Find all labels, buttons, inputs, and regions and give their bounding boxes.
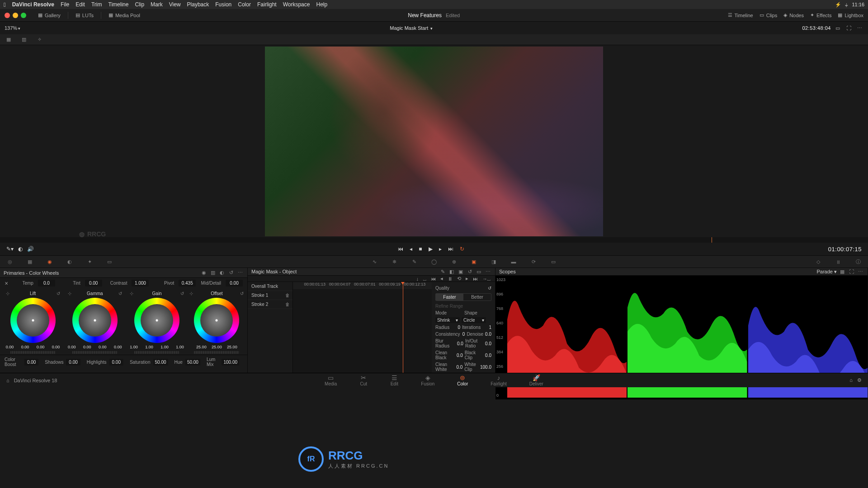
mm-overlay-icon[interactable]: ▣: [457, 268, 464, 275]
mm-mode-select[interactable]: Shrink▾: [435, 317, 460, 323]
blur-icon[interactable]: ◨: [489, 257, 498, 266]
shadows-value[interactable]: 0.00: [66, 359, 80, 366]
tracker-icon[interactable]: ⊕: [449, 257, 458, 266]
grid-icon[interactable]: ▦: [5, 36, 13, 44]
picker-icon[interactable]: ✎▾: [6, 246, 14, 252]
mm-track-fwd-icon[interactable]: ▸: [466, 276, 468, 282]
offset-values[interactable]: 25.0025.0025.00: [195, 345, 238, 349]
gain-values[interactable]: 1.001.001.001.00: [127, 345, 186, 349]
page-edit[interactable]: ☰Edit: [390, 375, 398, 386]
menu-fusion[interactable]: Fusion: [215, 1, 231, 8]
temp-value[interactable]: 0.0: [38, 280, 55, 286]
gallery-toggle[interactable]: ▦ Gallery: [38, 12, 61, 18]
page-cut[interactable]: ✂Cut: [359, 375, 368, 386]
apple-menu-icon[interactable]: : [4, 1, 6, 8]
lightbox-toggle[interactable]: ▦ Lightbox: [838, 12, 863, 18]
scopes-expand-icon[interactable]: ⛶: [848, 268, 855, 275]
scopes-mode-select[interactable]: Parade ▾: [816, 269, 837, 275]
step-back-button[interactable]: ◂: [410, 246, 412, 252]
gamma-picker-icon[interactable]: ⊹: [68, 291, 71, 296]
primaries-menu-icon[interactable]: ⋯: [236, 269, 244, 277]
gain-reset-icon[interactable]: ↺: [180, 291, 184, 296]
audio-icon[interactable]: 🔊: [27, 246, 34, 252]
mm-better-button[interactable]: Better: [463, 294, 491, 300]
info-icon[interactable]: ⓘ: [854, 257, 863, 266]
page-fairlight[interactable]: ♪Fairlight: [491, 375, 507, 386]
delete-stroke1-icon[interactable]: 🗑: [285, 293, 290, 298]
mm-blur-value[interactable]: 0.0: [451, 341, 463, 346]
play-button[interactable]: ▶: [429, 246, 433, 252]
lift-wheel[interactable]: [10, 298, 56, 343]
luts-toggle[interactable]: ▤ LUTs: [75, 12, 94, 18]
contrast-icon[interactable]: ◐: [18, 246, 23, 252]
mm-track-back-icon[interactable]: ◂: [440, 276, 443, 282]
lift-picker-icon[interactable]: ⊹: [6, 291, 9, 296]
mini-timeline[interactable]: [0, 237, 868, 243]
mm-quality-toggle[interactable]: Faster Better: [435, 293, 491, 301]
status-icon[interactable]: ⚡: [835, 2, 841, 8]
loop-button[interactable]: ↻: [460, 246, 464, 252]
rgb-mixer-icon[interactable]: ✦: [85, 257, 94, 266]
mm-inout-value[interactable]: 0.0: [479, 341, 491, 346]
offset-master-slider[interactable]: [194, 351, 239, 354]
preferences-icon[interactable]: ⚙: [857, 377, 862, 383]
mm-bclip-value[interactable]: 0.0: [477, 353, 491, 358]
key-icon[interactable]: ▬: [509, 257, 518, 266]
mm-wand-icon[interactable]: ✎: [439, 268, 446, 275]
offset-reset-icon[interactable]: ↺: [240, 291, 244, 296]
viewer-mode-icon[interactable]: ▭: [834, 24, 842, 32]
saturation-value[interactable]: 50.00: [153, 359, 168, 366]
primaries-log-tab[interactable]: ◐: [218, 269, 226, 277]
mm-track-last-icon[interactable]: ⏭: [473, 276, 478, 282]
sizing-icon[interactable]: ⟳: [529, 257, 538, 266]
wand-icon[interactable]: ✧: [35, 36, 43, 44]
viewer-options-icon[interactable]: ⋯: [855, 24, 863, 32]
gamma-reset-icon[interactable]: ↺: [118, 291, 122, 296]
menu-file[interactable]: File: [61, 1, 69, 8]
clip-name[interactable]: Magic Mask Start ▾: [390, 25, 433, 31]
lift-master-slider[interactable]: [10, 351, 56, 354]
mm-cons-value[interactable]: 0: [462, 332, 465, 337]
keyframe-icon[interactable]: ◇: [814, 257, 823, 266]
mm-ruler[interactable]: 00:00:01:13 00:00:04:07 00:00:07:01 00:0…: [293, 282, 432, 289]
mm-track-opts-icon[interactable]: ⎵: [423, 276, 426, 282]
minimize-window-button[interactable]: [13, 13, 18, 18]
viewer-zoom[interactable]: 137%▾: [5, 25, 20, 31]
viewer-image[interactable]: [265, 47, 603, 236]
mm-denoise-value[interactable]: 0.0: [485, 332, 491, 337]
wifi-icon[interactable]: ⏚: [845, 2, 848, 8]
pivot-value[interactable]: 0.435: [179, 280, 196, 286]
menu-timeline[interactable]: Timeline: [108, 1, 129, 8]
menu-edit[interactable]: Edit: [75, 1, 85, 8]
viewer[interactable]: ◍RRCG: [0, 45, 868, 237]
page-color[interactable]: ⊚Color: [457, 375, 468, 386]
highlights-value[interactable]: 0.00: [109, 359, 123, 366]
motion-icon[interactable]: ▭: [105, 257, 114, 266]
app-menu[interactable]: DaVinci Resolve: [12, 1, 54, 8]
mm-radius-value[interactable]: 0: [451, 325, 460, 330]
scopes-menu-icon[interactable]: ⋯: [857, 268, 864, 275]
project-settings-icon[interactable]: ⌂: [849, 377, 853, 383]
mm-track-rev-icon[interactable]: ⟲: [457, 276, 461, 282]
primaries-icon[interactable]: ◉: [45, 257, 54, 266]
mm-shape-select[interactable]: Circle▾: [462, 317, 486, 323]
menu-mark[interactable]: Mark: [151, 1, 163, 8]
mm-eraser-icon[interactable]: ◧: [448, 268, 455, 275]
gain-wheel[interactable]: [134, 298, 179, 343]
timeline-toggle[interactable]: ☰ Timeline: [728, 12, 753, 18]
menu-trim[interactable]: Trim: [91, 1, 102, 8]
mm-wclip-value[interactable]: 100.0: [478, 365, 491, 370]
menu-playback[interactable]: Playback: [187, 1, 209, 8]
gamma-wheel[interactable]: [72, 298, 118, 343]
scopes-toggle-icon[interactable]: ⫼: [834, 257, 843, 266]
lummix-value[interactable]: 100.00: [222, 359, 239, 366]
picker-tool-icon[interactable]: ⨯: [5, 281, 8, 286]
stop-button[interactable]: ■: [419, 246, 422, 252]
gain-picker-icon[interactable]: ⊹: [130, 291, 133, 296]
effects-toggle[interactable]: ✦ Effects: [810, 12, 831, 18]
primaries-bars-tab[interactable]: ▥: [209, 269, 217, 277]
menu-clip[interactable]: Clip: [135, 1, 144, 8]
step-fwd-button[interactable]: ▸: [439, 246, 442, 252]
hue-value[interactable]: 50.00: [185, 359, 200, 366]
gain-master-slider[interactable]: [134, 351, 179, 354]
